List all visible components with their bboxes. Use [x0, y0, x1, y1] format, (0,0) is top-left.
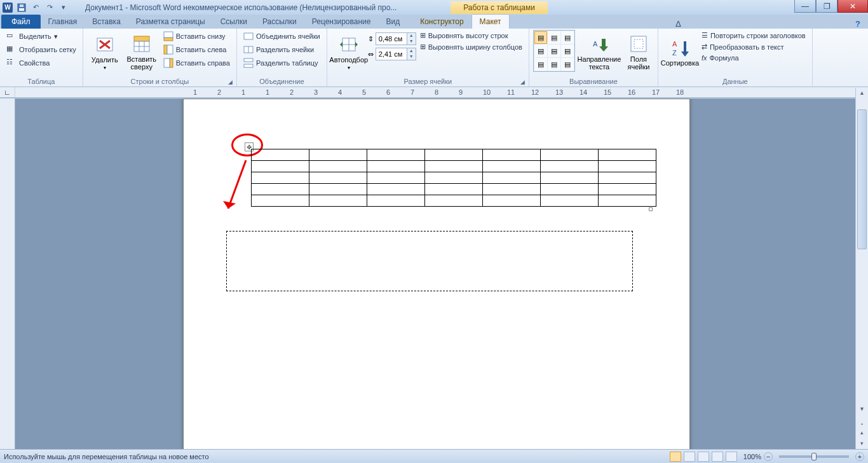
- horizontal-ruler[interactable]: ∟ 121 123 456 789 101112 131415 161718: [0, 87, 868, 98]
- word-app-icon: W: [3, 3, 13, 13]
- file-tab[interactable]: Файл: [1, 15, 41, 29]
- tab-home[interactable]: Главная: [41, 15, 85, 29]
- prev-page-icon[interactable]: ▴: [856, 427, 868, 438]
- redo-icon[interactable]: ↷: [43, 2, 56, 13]
- title-bar: W ↶ ↷ ▾ Документ1 - Microsoft Word неком…: [0, 0, 868, 15]
- group-table: ▭Выделить ▾ ▦Отобразить сетку ☷Свойства …: [0, 29, 83, 86]
- svg-text:Z: Z: [672, 49, 677, 57]
- table-resize-handle[interactable]: [649, 207, 653, 211]
- col-width-icon: ⇔: [368, 50, 374, 59]
- split-cells-button[interactable]: Разделить ячейки: [241, 43, 323, 56]
- dialog-launcher-icon[interactable]: ◢: [228, 79, 233, 85]
- row-height-input[interactable]: ▲▼: [376, 32, 416, 45]
- save-icon[interactable]: [15, 2, 28, 13]
- group-rows-cols: Удалить▾ Вставить сверху Вставить снизу …: [83, 29, 237, 86]
- zoom-in-button[interactable]: +: [855, 452, 864, 461]
- zoom-out-button[interactable]: −: [764, 452, 773, 461]
- text-direction-button[interactable]: A Направление текста: [576, 30, 622, 74]
- group-cell-size: Автоподбор▾ ⇕ ▲▼ ⇔ ▲▼ ⊞Выровнять высоту …: [327, 29, 529, 86]
- tab-design[interactable]: Конструктор: [412, 15, 471, 29]
- group-label-data: Данные: [662, 76, 808, 86]
- split-table-button[interactable]: Разделить таблицу: [241, 57, 323, 69]
- page: ✥: [183, 99, 690, 449]
- svg-text:A: A: [672, 40, 677, 48]
- view-web-layout-icon[interactable]: [698, 452, 709, 462]
- window-title: Документ1 - Microsoft Word некоммерческо…: [70, 3, 451, 12]
- next-page-icon[interactable]: ▾: [856, 438, 868, 449]
- formula-button[interactable]: fxФормула: [699, 53, 808, 63]
- svg-rect-13: [164, 45, 167, 54]
- view-print-layout-icon[interactable]: [670, 452, 681, 462]
- distribute-cols-button[interactable]: ⊞Выровнять ширину столбцов: [417, 41, 525, 52]
- minimize-button[interactable]: —: [794, 0, 816, 13]
- select-button[interactable]: ▭Выделить ▾: [4, 30, 79, 43]
- tab-layout[interactable]: Макет: [471, 14, 510, 29]
- scroll-thumb[interactable]: [857, 109, 867, 249]
- group-label-alignment: Выравнивание: [533, 76, 654, 86]
- browse-object-icon[interactable]: ◦: [856, 420, 868, 427]
- svg-rect-14: [167, 45, 173, 54]
- group-alignment: ▤▤▤ ▤▤▤ ▤▤▤ A Направление текста Поля яч…: [529, 29, 658, 86]
- insert-right-button[interactable]: Вставить справа: [161, 57, 233, 69]
- document-area[interactable]: ✥: [15, 99, 855, 449]
- maximize-button[interactable]: ❐: [816, 0, 837, 13]
- tab-review[interactable]: Рецензирование: [304, 15, 379, 29]
- quick-access-toolbar: ↶ ↷ ▾: [15, 2, 70, 13]
- zoom-slider[interactable]: [779, 455, 849, 458]
- svg-marker-31: [223, 201, 236, 209]
- annotation-arrow-icon: [222, 156, 254, 220]
- dialog-launcher-icon[interactable]: ◢: [520, 79, 525, 85]
- group-label-rows-cols: Строки и столбцы◢: [87, 76, 233, 86]
- zoom-level[interactable]: 100%: [743, 453, 761, 460]
- row-height-icon: ⇕: [368, 35, 374, 43]
- svg-text:A: A: [593, 40, 598, 48]
- distribute-rows-button[interactable]: ⊞Выровнять высоту строк: [417, 30, 525, 41]
- view-draft-icon[interactable]: [726, 452, 737, 462]
- qat-customize-icon[interactable]: ▾: [57, 2, 70, 13]
- scroll-up-icon[interactable]: ▲: [856, 88, 868, 99]
- delete-button[interactable]: Удалить▾: [87, 30, 123, 74]
- svg-rect-11: [164, 38, 173, 41]
- alignment-grid[interactable]: ▤▤▤ ▤▤▤ ▤▤▤: [533, 30, 575, 72]
- repeat-header-button[interactable]: ☰Повторить строки заголовков: [699, 30, 808, 41]
- cell-margins-button[interactable]: Поля ячейки: [623, 30, 654, 74]
- autofit-button[interactable]: Автоподбор▾: [331, 30, 367, 74]
- svg-rect-15: [170, 59, 173, 67]
- document-table[interactable]: [251, 149, 656, 207]
- svg-rect-21: [244, 64, 253, 67]
- svg-rect-2: [20, 4, 24, 7]
- tab-page-layout[interactable]: Разметка страницы: [128, 15, 213, 29]
- help-icon[interactable]: ?: [855, 19, 860, 29]
- insert-left-button[interactable]: Вставить слева: [161, 43, 233, 56]
- tab-insert[interactable]: Вставка: [85, 15, 128, 29]
- ribbon-minimize-icon[interactable]: ᐃ: [675, 19, 681, 29]
- scroll-down-icon[interactable]: ▼: [856, 404, 868, 415]
- insert-below-button[interactable]: Вставить снизу: [161, 30, 233, 43]
- vertical-ruler[interactable]: [0, 99, 15, 449]
- view-outline-icon[interactable]: [712, 452, 723, 462]
- tab-references[interactable]: Ссылки: [213, 15, 255, 29]
- col-width-input[interactable]: ▲▼: [376, 48, 416, 60]
- view-gridlines-button[interactable]: ▦Отобразить сетку: [4, 43, 79, 56]
- svg-rect-6: [134, 36, 149, 41]
- sort-button[interactable]: AZ Сортировка: [662, 30, 698, 74]
- tab-view[interactable]: Вид: [378, 15, 407, 29]
- merge-cells-button[interactable]: Объединить ячейки: [241, 30, 323, 43]
- group-label-table: Таблица: [4, 76, 79, 86]
- ruler-corner-icon[interactable]: ∟: [0, 87, 15, 97]
- ribbon-tabs: Файл Главная Вставка Разметка страницы С…: [0, 15, 868, 29]
- close-button[interactable]: ✕: [837, 0, 868, 13]
- undo-icon[interactable]: ↶: [29, 2, 42, 13]
- view-full-screen-icon[interactable]: [684, 452, 695, 462]
- ribbon: ▭Выделить ▾ ▦Отобразить сетку ☷Свойства …: [0, 29, 868, 87]
- properties-button[interactable]: ☷Свойства: [4, 57, 79, 69]
- group-label-merge: Объединение: [241, 76, 323, 86]
- svg-rect-17: [244, 33, 253, 39]
- svg-line-30: [228, 160, 246, 209]
- vertical-scrollbar[interactable]: ▲ ▼ ◦ ▴ ▾: [855, 88, 868, 449]
- group-label-cell-size: Размер ячейки◢: [331, 76, 525, 86]
- insert-above-button[interactable]: Вставить сверху: [124, 30, 159, 74]
- convert-to-text-button[interactable]: ⇄Преобразовать в текст: [699, 41, 808, 52]
- svg-rect-12: [164, 32, 173, 38]
- tab-mailings[interactable]: Рассылки: [255, 15, 304, 29]
